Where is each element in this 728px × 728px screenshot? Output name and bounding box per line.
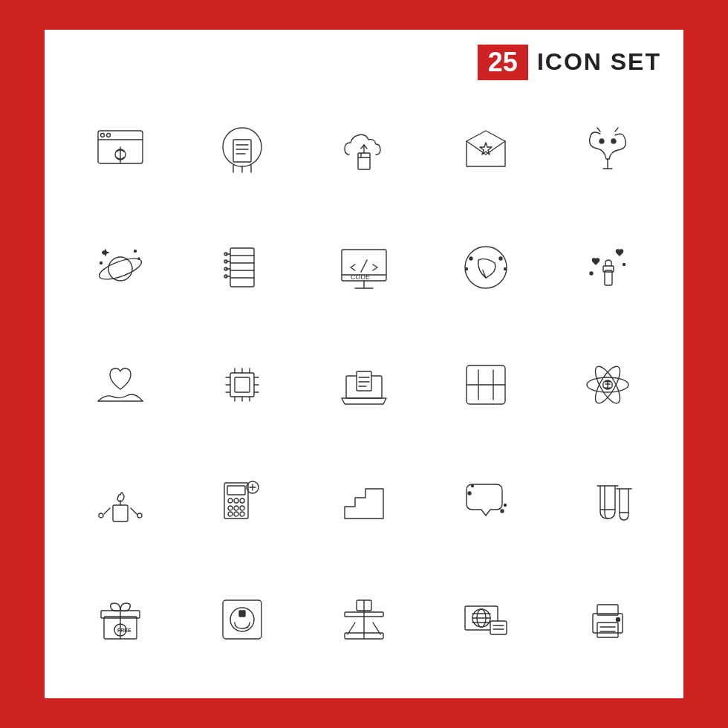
svg-rect-14	[358, 153, 370, 169]
planet-icon-cell	[59, 209, 181, 326]
heart-landscape-icon-cell	[59, 326, 181, 443]
tools-icon	[334, 590, 394, 649]
cpu-chip-icon	[212, 355, 272, 415]
svg-point-3	[107, 133, 111, 137]
svg-text:CODE: CODE	[351, 273, 370, 281]
calculator-doc-icon	[212, 472, 272, 532]
grid-square-icon	[456, 355, 516, 415]
svg-point-52	[499, 257, 502, 260]
svg-point-102	[234, 506, 238, 510]
svg-point-98	[228, 498, 233, 503]
stairs-icon	[334, 472, 394, 532]
svg-point-29	[138, 258, 140, 259]
svg-point-51	[469, 257, 472, 260]
stairs-icon-cell	[303, 443, 425, 561]
notebook-icon	[212, 238, 272, 297]
eco-plug-icon-cell	[547, 91, 669, 209]
svg-point-106	[240, 512, 244, 516]
receipt-icon-cell	[181, 91, 303, 209]
receipt-icon	[212, 120, 272, 180]
header: 25 ICON SET	[59, 45, 669, 91]
svg-point-28	[134, 250, 137, 252]
cpu-chip-icon-cell	[181, 326, 303, 443]
test-tubes-icon-cell	[547, 443, 669, 561]
svg-point-143	[617, 617, 620, 621]
cloud-upload-icon	[334, 120, 394, 180]
svg-point-111	[472, 484, 474, 487]
svg-rect-90	[113, 505, 128, 521]
code-monitor-icon: CODE	[334, 238, 394, 297]
candle-icon	[91, 472, 150, 532]
svg-rect-97	[227, 486, 245, 495]
icons-grid: CODE	[59, 91, 669, 678]
laptop-document-icon-cell	[303, 326, 425, 443]
chat-bubble-icon-cell	[425, 443, 547, 561]
svg-point-2	[101, 133, 105, 137]
web-passport-icon	[456, 590, 516, 649]
svg-point-112	[501, 510, 504, 513]
secure-mail-icon	[456, 120, 516, 180]
svg-line-92	[104, 508, 110, 514]
svg-point-26	[97, 254, 143, 283]
power-outlet-icon	[212, 590, 272, 649]
test-tubes-icon	[578, 472, 637, 532]
svg-point-21	[599, 139, 604, 143]
svg-point-110	[468, 492, 471, 495]
cloud-upload-icon-cell	[303, 91, 425, 209]
svg-rect-75	[357, 371, 371, 391]
web-passport-icon-cell	[425, 561, 547, 678]
svg-point-95	[137, 513, 142, 518]
svg-point-103	[240, 506, 244, 510]
web-money-icon	[91, 120, 150, 180]
svg-point-99	[234, 498, 238, 503]
svg-point-30	[100, 261, 103, 264]
svg-line-93	[131, 508, 137, 514]
lipstick-hearts-icon-cell	[547, 209, 669, 326]
svg-rect-126	[242, 611, 245, 617]
svg-point-113	[504, 504, 507, 506]
svg-point-57	[590, 272, 593, 275]
svg-rect-60	[230, 373, 254, 397]
svg-point-58	[623, 263, 625, 265]
chat-bubble-icon	[456, 472, 516, 532]
web-money-icon-cell	[59, 91, 181, 209]
svg-rect-137	[490, 621, 507, 634]
svg-point-100	[240, 498, 244, 503]
eco-plug-icon	[578, 120, 637, 180]
printer-icon	[578, 590, 637, 649]
svg-rect-61	[235, 377, 250, 392]
secure-mail-icon-cell	[425, 91, 547, 209]
svg-rect-141	[597, 623, 618, 637]
svg-point-94	[99, 513, 103, 518]
svg-marker-18	[480, 143, 492, 155]
printer-icon-cell	[547, 561, 669, 678]
svg-line-24	[615, 128, 618, 131]
svg-rect-123	[223, 600, 261, 639]
laptop-document-icon	[334, 355, 394, 415]
main-card: 25 ICON SET	[45, 30, 683, 698]
notebook-icon-cell	[181, 209, 303, 326]
svg-point-104	[228, 512, 233, 516]
atom-icon	[578, 355, 637, 415]
svg-rect-55	[605, 270, 612, 285]
svg-point-105	[234, 512, 238, 516]
svg-rect-7	[233, 140, 251, 162]
tools-icon-cell	[303, 561, 425, 678]
svg-point-49	[465, 247, 507, 288]
code-monitor-icon-cell: CODE	[303, 209, 425, 326]
icon-count: 25	[478, 45, 528, 80]
lipstick-hearts-icon	[578, 238, 637, 297]
gift-free-icon-cell: FREE	[59, 561, 181, 678]
svg-point-6	[223, 128, 261, 166]
planet-icon	[91, 238, 150, 297]
candle-icon-cell	[59, 443, 181, 561]
gift-free-icon: FREE	[91, 590, 150, 649]
svg-rect-31	[230, 248, 254, 287]
atom-icon-cell	[547, 326, 669, 443]
svg-line-23	[597, 128, 600, 131]
svg-point-101	[228, 506, 233, 510]
eco-circle-icon-cell	[425, 209, 547, 326]
svg-text:FREE: FREE	[117, 628, 131, 633]
page-title: ICON SET	[537, 48, 661, 76]
eco-circle-icon	[456, 238, 516, 297]
